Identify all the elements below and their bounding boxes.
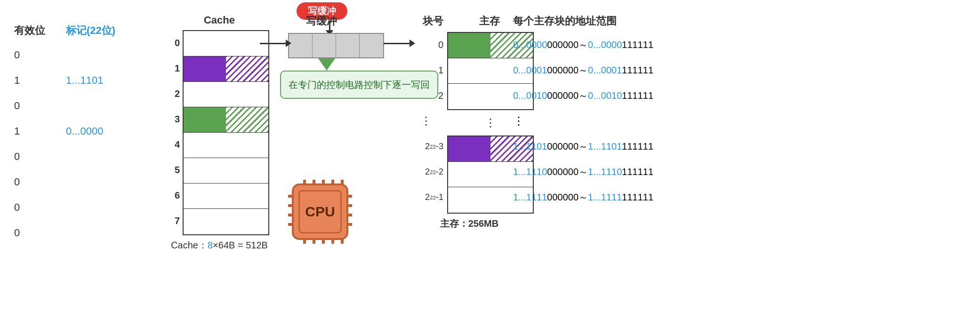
cache-section: Cache 0 1 2 3 4 5 6 7 [169,14,269,252]
cache-rn-7: 7 [169,208,183,233]
mm-rn-dots: ⋮ [405,108,447,134]
pin-r4 [346,223,352,226]
addr-r2-b1: 0...0010 [513,90,547,101]
cache-caption-prefix: Cache： [171,240,208,250]
cache-rn-0: 0 [169,30,183,56]
pin-b1 [303,238,306,244]
cache-block-7 [184,209,268,234]
vb-6: 0 [14,195,45,220]
cache-formula-blue: 8 [208,240,213,250]
pin-t4 [331,180,334,185]
vb-4: 0 [14,144,45,169]
addr-dots: ⋮ [513,108,653,134]
tag-values: 1...1101 0...0000 [66,42,115,246]
cpu-pins-top [303,180,344,185]
pin-b5 [341,238,344,244]
mm-rn-4: 222-2 [405,159,447,184]
pin-b2 [313,238,315,244]
vb-2: 0 [14,93,45,119]
addr-row-last1: 1...1111000000～ 1...1111111111 [513,184,653,210]
vb-5: 0 [14,169,45,195]
left-to-wb-arrow [260,40,291,47]
cache-b3-right [226,107,268,132]
left-arrow-head [286,40,291,47]
vb-7: 0 [14,220,45,246]
cache-b1-left [184,56,226,81]
left-arrow-line [260,43,286,44]
addr-r0-b1: 0...0000 [513,40,547,50]
addr-header: 每个主存块的地址范围 [513,14,653,28]
mm-rn-3: 222-3 [405,134,447,159]
cache-table: 0 1 2 3 4 5 6 7 [169,30,269,235]
mm-b0-left [448,33,490,58]
pin-t5 [341,180,344,185]
tag-4 [66,144,115,169]
cache-block-2 [184,82,268,107]
cache-block-0 [184,31,268,56]
cpu-pins-bottom [303,238,344,244]
pin-t3 [322,180,325,185]
tag-7 [66,220,115,246]
cache-rn-2: 2 [169,81,183,106]
tag-5 [66,169,115,195]
pin-b4 [331,238,334,244]
cache-rn-4: 4 [169,132,183,157]
addr-rl1-b2: 1...1111 [588,192,622,203]
cache-block-6 [184,183,268,209]
tag-section: 标记(22位) 1...1101 0...0000 [66,24,115,246]
cpu-pins-left [288,195,294,226]
addr-row-last3: 1...1101000000～ 1...1101111111 [513,134,653,159]
tag-1: 1...1101 [66,68,115,93]
valid-bit-header: 有效位 [14,24,45,38]
addr-rl1-b1: 1...1111 [513,192,547,203]
cache-block-4 [184,133,268,158]
write-buffer-label: 写缓冲 [306,14,337,28]
pin-b3 [322,238,325,244]
write-buffer-cells [288,33,384,58]
pin-l2 [288,204,294,207]
write-buffer-cells-area [288,33,384,58]
pin-r1 [346,195,352,198]
cache-rn-6: 6 [169,183,183,208]
tag-6 [66,195,115,220]
addr-r1-b2: 0...0001 [588,65,622,76]
mm-row-nums: 0 1 2 ⋮ 222-3 222-2 222-1 [405,32,447,214]
cache-b3-left [184,107,226,132]
mm-num-header: 块号 [405,14,447,28]
mm-rn-5: 222-1 [405,184,447,210]
addr-row-0: 0...0000000000～ 0...0000111111 [513,32,653,57]
wb-cell-0 [289,34,313,57]
vb-3: 1 [14,119,45,144]
addr-r0-b2: 0...0000 [588,40,622,50]
valid-bit-section: 有效位 0 1 0 1 0 0 0 0 [14,24,45,246]
cpu-section: CPU [292,183,348,240]
pin-l3 [288,214,294,216]
cache-rn-3: 3 [169,106,183,132]
cache-b1-right [226,56,268,81]
cpu-pins-right [346,195,352,226]
addr-rl2-b1: 1...1110 [513,167,547,177]
valid-bit-values: 0 1 0 1 0 0 0 0 [14,42,45,246]
cache-block-3 [184,107,268,133]
addr-row-2: 0...0010000000～ 0...0010111111 [513,83,653,108]
cache-block-1 [184,56,268,82]
addr-r2-b2: 0...0010 [588,90,622,101]
write-buffer-label-area: 写缓冲 [306,14,337,31]
triangle-icon [318,58,335,71]
pin-t2 [313,180,315,185]
wb-cell-1 [313,34,336,57]
addr-rl3-b2: 1...1101 [588,141,622,152]
pin-r3 [346,214,352,216]
main-scene: 有效位 0 1 0 1 0 0 0 0 标记(22位) 1...1101 0..… [0,0,980,319]
addr-ranges-section: 每个主存块的地址范围 0...0000000000～ 0...000011111… [513,14,653,210]
cache-caption: Cache：8×64B = 512B [169,239,269,252]
mm-rn-1: 1 [405,57,447,83]
addr-rl3-b1: 1...1101 [513,141,547,152]
tag-3: 0...0000 [66,119,115,144]
cache-title: Cache [169,14,269,26]
cpu-chip: CPU [292,183,348,240]
addr-rl2-b2: 1...1110 [588,167,622,177]
cache-rn-1: 1 [169,56,183,81]
cache-row-numbers: 0 1 2 3 4 5 6 7 [169,30,183,235]
tag-header: 标记(22位) [66,24,115,38]
